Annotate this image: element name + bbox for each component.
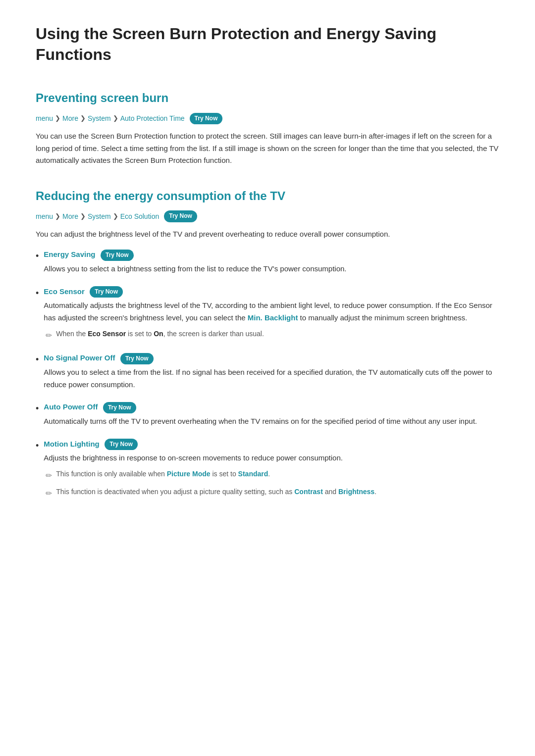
feature-desc-no-signal-power-off: Allows you to select a time from the lis…: [44, 366, 499, 391]
chevron2-icon-3: ❯: [113, 211, 118, 222]
breadcrumb2-menu[interactable]: menu: [36, 211, 53, 222]
section2-body: You can adjust the brightness level of t…: [36, 228, 499, 241]
try-now-badge-energy-saving[interactable]: Try Now: [101, 250, 134, 261]
bullet-icon: •: [36, 353, 39, 367]
note-pencil-icon-2: ✏: [46, 487, 52, 500]
try-now-badge-eco-sensor[interactable]: Try Now: [90, 286, 123, 298]
feature-content-eco-sensor: Eco Sensor Try Now Automatically adjusts…: [44, 285, 499, 342]
list-item-auto-power-off: • Auto Power Off Try Now Automatically t…: [36, 401, 499, 427]
feature-content-auto-power-off: Auto Power Off Try Now Automatically tur…: [44, 401, 499, 427]
section-preventing-screen-burn: Preventing screen burn menu ❯ More ❯ Sys…: [36, 89, 499, 167]
section2-breadcrumb: menu ❯ More ❯ System ❯ Eco Solution Try …: [36, 210, 499, 222]
bullet-icon: •: [36, 286, 39, 301]
feature-title-no-signal-power-off: No Signal Power Off: [44, 353, 115, 362]
standard-link[interactable]: Standard: [238, 470, 268, 478]
try-now-badge-section2[interactable]: Try Now: [164, 210, 197, 222]
brightness-link[interactable]: Brightness: [338, 488, 374, 496]
breadcrumb2-system[interactable]: System: [88, 211, 111, 222]
note-motion-lighting-2: ✏ This function is deactivated when you …: [44, 486, 499, 500]
feature-content-energy-saving: Energy Saving Try Now Allows you to sele…: [44, 248, 499, 275]
list-item-energy-saving: • Energy Saving Try Now Allows you to se…: [36, 248, 499, 275]
feature-desc-motion-lighting: Adjusts the brightness in response to on…: [44, 452, 499, 464]
bullet-icon: •: [36, 249, 39, 263]
section1-heading: Preventing screen burn: [36, 89, 499, 107]
note-motion-lighting-1: ✏ This function is only available when P…: [44, 468, 499, 482]
note-text-eco-sensor-on: When the Eco Sensor is set to On, the sc…: [56, 328, 264, 339]
page-title: Using the Screen Burn Protection and Ene…: [36, 24, 499, 65]
min-backlight-link[interactable]: Min. Backlight: [248, 313, 298, 322]
breadcrumb-more[interactable]: More: [62, 113, 78, 124]
list-item-eco-sensor: • Eco Sensor Try Now Automatically adjus…: [36, 285, 499, 342]
note-text-motion-lighting-2: This function is deactivated when you ad…: [56, 486, 376, 497]
note-pencil-icon-1: ✏: [46, 469, 52, 482]
try-now-badge-no-signal[interactable]: Try Now: [120, 353, 154, 364]
eco-sensor-bold: Eco Sensor: [88, 330, 126, 338]
chevron-icon-3: ❯: [113, 113, 118, 124]
feature-title-eco-sensor: Eco Sensor: [44, 287, 85, 296]
note-pencil-icon: ✏: [46, 329, 52, 342]
section1-breadcrumb: menu ❯ More ❯ System ❯ Auto Protection T…: [36, 113, 499, 124]
feature-title-motion-lighting: Motion Lighting: [44, 440, 99, 448]
breadcrumb-system[interactable]: System: [88, 113, 111, 124]
feature-desc-energy-saving: Allows you to select a brightness settin…: [44, 263, 499, 275]
list-item-no-signal-power-off: • No Signal Power Off Try Now Allows you…: [36, 352, 499, 391]
breadcrumb-auto-protection-time[interactable]: Auto Protection Time: [120, 113, 185, 124]
note-eco-sensor-on: ✏ When the Eco Sensor is set to On, the …: [44, 328, 499, 342]
note-text-motion-lighting-1: This function is only available when Pic…: [56, 468, 270, 479]
list-item-motion-lighting: • Motion Lighting Try Now Adjusts the br…: [36, 438, 499, 500]
feature-desc-auto-power-off: Automatically turns off the TV to preven…: [44, 415, 499, 428]
bullet-icon: •: [36, 439, 39, 453]
feature-content-no-signal-power-off: No Signal Power Off Try Now Allows you t…: [44, 352, 499, 391]
chevron-icon-2: ❯: [80, 113, 86, 124]
chevron-icon-1: ❯: [55, 113, 60, 124]
try-now-badge-auto-power-off[interactable]: Try Now: [103, 402, 136, 413]
try-now-badge-section1[interactable]: Try Now: [190, 113, 223, 124]
section2-heading: Reducing the energy consumption of the T…: [36, 187, 499, 205]
feature-title-auto-power-off: Auto Power Off: [44, 403, 98, 411]
bullet-icon: •: [36, 402, 39, 416]
try-now-badge-motion-lighting[interactable]: Try Now: [105, 439, 138, 450]
section-reducing-energy: Reducing the energy consumption of the T…: [36, 187, 499, 500]
feature-desc-eco-sensor: Automatically adjusts the brightness lev…: [44, 300, 499, 324]
contrast-link[interactable]: Contrast: [294, 488, 323, 496]
picture-mode-link[interactable]: Picture Mode: [167, 470, 211, 478]
chevron2-icon-1: ❯: [55, 211, 60, 222]
feature-list: • Energy Saving Try Now Allows you to se…: [36, 248, 499, 500]
section1-body: You can use the Screen Burn Protection f…: [36, 130, 499, 167]
breadcrumb2-more[interactable]: More: [62, 211, 78, 222]
breadcrumb2-eco-solution[interactable]: Eco Solution: [120, 211, 160, 222]
feature-content-motion-lighting: Motion Lighting Try Now Adjusts the brig…: [44, 438, 499, 500]
chevron2-icon-2: ❯: [80, 211, 86, 222]
breadcrumb-menu[interactable]: menu: [36, 113, 53, 124]
feature-title-energy-saving: Energy Saving: [44, 250, 95, 258]
on-bold: On: [154, 330, 163, 338]
